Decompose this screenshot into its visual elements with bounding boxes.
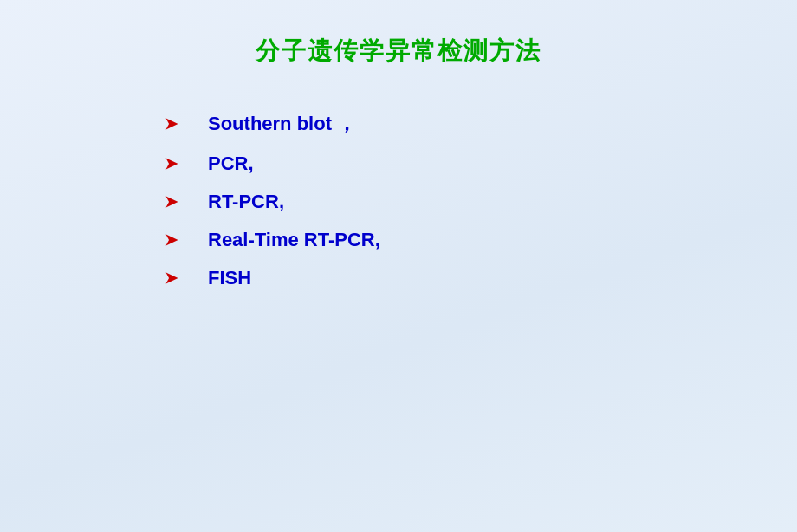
chevron-right-icon: ➤	[165, 114, 182, 133]
chevron-right-icon: ➤	[165, 192, 182, 211]
list-item-text: RT-PCR,	[208, 191, 284, 213]
list-item: ➤RT-PCR,	[165, 191, 702, 213]
list-container: ➤Southern blot ，➤PCR,➤RT-PCR,➤Real-Time …	[95, 111, 702, 289]
chevron-right-icon: ➤	[165, 154, 182, 173]
list-item: ➤Real-Time RT-PCR,	[165, 229, 702, 251]
list-item-text: Real-Time RT-PCR,	[208, 229, 380, 251]
slide-title: 分子遗传学异常检测方法	[256, 35, 541, 68]
chevron-right-icon: ➤	[165, 230, 182, 250]
list-item: ➤PCR,	[165, 152, 702, 175]
list-item-text: FISH	[208, 267, 251, 289]
chevron-right-icon: ➤	[165, 269, 182, 288]
list-item-text: PCR,	[208, 152, 254, 175]
list-item-text: Southern blot ，	[208, 111, 356, 137]
slide-container: 分子遗传学异常检测方法 ➤Southern blot ，➤PCR,➤RT-PCR…	[0, 0, 797, 532]
list-item: ➤Southern blot ，	[165, 111, 702, 137]
list-item: ➤FISH	[165, 267, 702, 289]
